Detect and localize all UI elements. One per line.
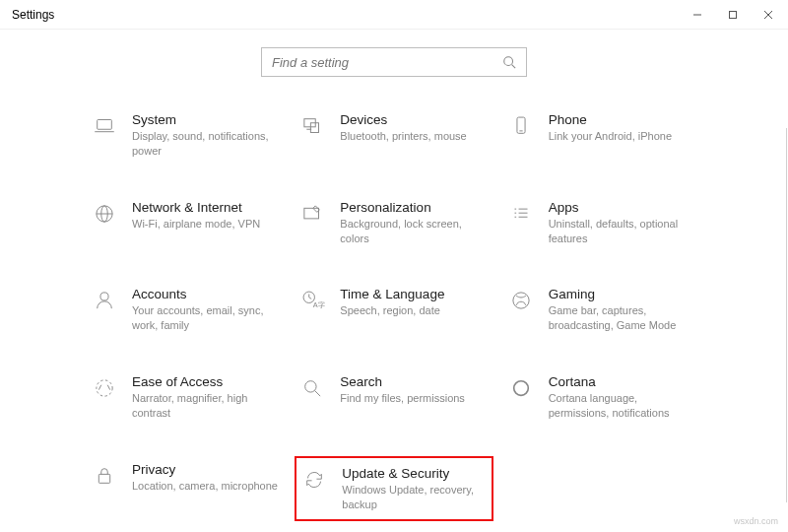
tile-gaming[interactable]: Gaming Game bar, captures, broadcasting,… [503, 281, 701, 339]
phone-icon [507, 112, 535, 140]
tile-privacy[interactable]: Privacy Location, camera, microphone [87, 456, 285, 522]
tile-title: System [132, 112, 280, 127]
tile-title: Devices [340, 112, 466, 127]
paint-icon [298, 200, 326, 228]
tile-title: Personalization [340, 200, 488, 215]
tile-title: Privacy [132, 462, 278, 477]
tile-desc: Cortana language, permissions, notificat… [549, 391, 696, 421]
tile-title: Time & Language [340, 287, 444, 301]
window-title: Settings [12, 8, 54, 22]
titlebar: Settings [0, 0, 788, 30]
watermark: wsxdn.com [734, 516, 778, 526]
tile-accounts[interactable]: Accounts Your accounts, email, sync, wor… [87, 281, 285, 339]
tile-update-security[interactable]: Update & Security Windows Update, recove… [295, 456, 492, 522]
xbox-icon [507, 287, 535, 314]
person-icon [91, 287, 118, 314]
ease-of-access-icon [91, 374, 118, 402]
devices-icon [298, 112, 326, 140]
tile-title: Cortana [549, 374, 696, 389]
svg-point-29 [97, 380, 112, 396]
svg-rect-33 [98, 474, 109, 483]
tile-desc: Link your Android, iPhone [549, 129, 672, 144]
svg-line-31 [315, 391, 321, 397]
tile-personalization[interactable]: Personalization Background, lock screen,… [295, 194, 492, 252]
tile-desc: Bluetooth, printers, mouse [340, 129, 466, 144]
tile-desc: Location, camera, microphone [132, 479, 278, 494]
window-controls [680, 0, 786, 30]
search-icon [502, 55, 516, 69]
tile-desc: Wi-Fi, airplane mode, VPN [132, 217, 260, 232]
laptop-icon [91, 112, 118, 140]
close-button[interactable] [751, 0, 786, 30]
svg-point-28 [513, 293, 529, 308]
svg-rect-1 [730, 11, 737, 18]
tile-phone[interactable]: Phone Link your Android, iPhone [503, 106, 701, 165]
search-row [0, 47, 788, 77]
search-input[interactable] [272, 55, 502, 70]
categories-grid: System Display, sound, notifications, po… [0, 106, 788, 521]
apps-list-icon [507, 200, 535, 228]
tile-desc: Speech, region, date [340, 303, 444, 318]
svg-point-23 [100, 293, 108, 300]
tile-title: Update & Security [342, 466, 487, 481]
search-box[interactable] [261, 47, 527, 77]
globe-icon [91, 200, 118, 228]
tile-network[interactable]: Network & Internet Wi-Fi, airplane mode,… [87, 194, 285, 252]
tile-cortana[interactable]: Cortana Cortana language, permissions, n… [503, 368, 701, 427]
svg-rect-16 [304, 208, 319, 219]
tile-ease-of-access[interactable]: Ease of Access Narrator, magnifier, high… [87, 368, 285, 427]
tile-desc: Narrator, magnifier, high contrast [132, 391, 280, 421]
svg-point-30 [305, 381, 316, 392]
tile-title: Accounts [132, 287, 280, 301]
svg-point-32 [513, 381, 528, 396]
tile-apps[interactable]: Apps Uninstall, defaults, optional featu… [503, 194, 701, 252]
cortana-icon [507, 374, 535, 402]
tile-desc: Windows Update, recovery, backup [342, 483, 487, 512]
tile-title: Search [340, 374, 465, 389]
svg-line-5 [512, 65, 516, 69]
svg-rect-6 [98, 120, 112, 130]
tile-title: Network & Internet [132, 200, 260, 215]
tile-desc: Find my files, permissions [340, 391, 465, 406]
tile-desc: Your accounts, email, sync, work, family [132, 303, 280, 333]
minimize-button[interactable] [680, 0, 715, 30]
tile-time-language[interactable]: A字 Time & Language Speech, region, date [295, 281, 492, 339]
lock-icon [91, 462, 118, 490]
tile-desc: Background, lock screen, colors [340, 217, 488, 246]
tile-desc: Game bar, captures, broadcasting, Game M… [549, 303, 696, 333]
maximize-button[interactable] [715, 0, 751, 30]
magnifier-icon [298, 374, 326, 402]
time-language-icon: A字 [298, 287, 326, 314]
tile-search[interactable]: Search Find my files, permissions [295, 368, 492, 427]
tile-title: Phone [549, 112, 672, 127]
svg-point-4 [504, 57, 513, 66]
tile-title: Apps [549, 200, 696, 215]
tile-title: Ease of Access [132, 374, 280, 389]
svg-rect-9 [311, 123, 319, 133]
svg-line-26 [309, 298, 311, 299]
tile-devices[interactable]: Devices Bluetooth, printers, mouse [295, 106, 492, 165]
tile-desc: Display, sound, notifications, power [132, 129, 280, 159]
svg-text:A字: A字 [313, 301, 325, 310]
scrollbar[interactable] [786, 128, 787, 502]
tile-system[interactable]: System Display, sound, notifications, po… [87, 106, 285, 165]
tile-title: Gaming [549, 287, 696, 301]
tile-desc: Uninstall, defaults, optional features [549, 217, 696, 246]
update-sync-icon [300, 466, 328, 494]
